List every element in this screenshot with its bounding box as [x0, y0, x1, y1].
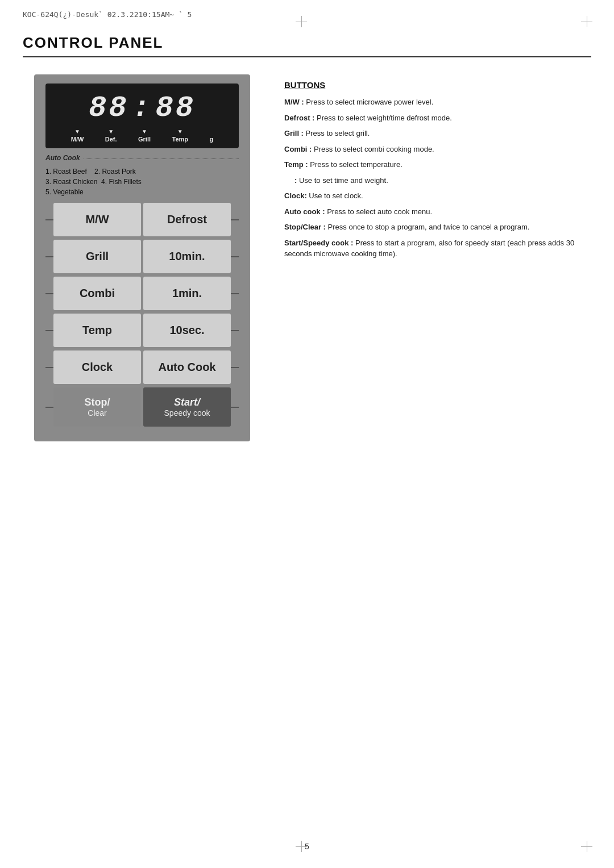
stop-clear-button[interactable]: Stop/ Clear	[53, 387, 141, 427]
desc-clock-name: Clock:	[284, 191, 307, 200]
auto-cook-menu: 1. Roast Beef 2. Roast Pork 3. Roast Chi…	[45, 166, 239, 197]
button-row-3: Combi 1min.	[45, 277, 239, 310]
buttons-heading: BUTTONS	[284, 80, 591, 90]
cross-mark-tr	[581, 16, 592, 27]
desc-start-speedy: Start/Speedy cook : Press to start a pro…	[284, 237, 591, 260]
indicator-g-arrow	[210, 128, 212, 135]
button-pair-5: Clock Auto Cook	[53, 350, 231, 384]
button-pair-4: Temp 10sec.	[53, 314, 231, 347]
desc-clock: Clock: Use to set clock.	[284, 190, 591, 202]
desc-defrost: Defrost : Press to select weight/time de…	[284, 112, 591, 124]
display-digits: 88 : 88	[55, 91, 230, 125]
clock-button[interactable]: Clock	[53, 350, 141, 384]
indicator-grill-label: Grill	[138, 136, 151, 143]
indicator-temp: ▼ Temp	[172, 128, 188, 143]
side-line-right-bottom	[231, 407, 239, 408]
side-line-left-bottom	[45, 407, 53, 408]
desc-colon-name: :	[294, 176, 297, 185]
side-line-left-4	[45, 330, 53, 331]
side-line-right-3	[231, 293, 239, 294]
button-pair-3: Combi 1min.	[53, 277, 231, 310]
indicator-mw-arrow: ▼	[74, 128, 80, 135]
desc-grill: Grill : Press to select grill.	[284, 128, 591, 139]
start-speedy-button[interactable]: Start/ Speedy cook	[143, 387, 231, 427]
desc-defrost-text: Press to select weight/time defrost mode…	[317, 114, 452, 122]
indicator-def-label: Def.	[105, 136, 117, 143]
side-line-left-3	[45, 293, 53, 294]
side-line-right-1	[231, 219, 239, 220]
display-screen: 88 : 88 ▼ M/W ▼ Def.	[45, 84, 239, 148]
indicator-grill: ▼ Grill	[138, 128, 151, 143]
desc-stop-clear-text: Press once to stop a program, and twice …	[328, 223, 530, 231]
button-row-1: M/W Defrost	[45, 203, 239, 236]
1min-button[interactable]: 1min.	[143, 277, 231, 310]
auto-cook-button[interactable]: Auto Cook	[143, 350, 231, 384]
cross-mark-br	[581, 841, 592, 852]
desc-auto-cook-text: Press to select auto cook menu.	[327, 207, 432, 216]
desc-mw-name: M/W :	[284, 98, 304, 106]
desc-colon-text: Use to set time and weight.	[299, 176, 388, 185]
side-line-right-5	[231, 367, 239, 368]
start-label-sub: Speedy cook	[148, 408, 226, 418]
side-line-left-5	[45, 367, 53, 368]
temp-button[interactable]: Temp	[53, 314, 141, 347]
button-pair-1: M/W Defrost	[53, 203, 231, 236]
stop-label-sub: Clear	[58, 408, 136, 418]
desc-start-speedy-name: Start/Speedy cook :	[284, 239, 353, 247]
indicator-grill-arrow: ▼	[142, 128, 147, 135]
defrost-button[interactable]: Defrost	[143, 203, 231, 236]
desc-mw-text: Press to select microwave power level.	[306, 98, 433, 106]
indicator-mw-label: M/W	[71, 136, 84, 143]
display-left: 88	[89, 91, 128, 125]
indicator-g-label: g	[209, 136, 213, 143]
desc-clock-text: Use to set clock.	[309, 191, 363, 200]
desc-temp-text: Press to select temperature.	[310, 160, 403, 169]
combi-button[interactable]: Combi	[53, 277, 141, 310]
indicator-def: ▼ Def.	[105, 128, 117, 143]
display-right: 88	[156, 91, 196, 125]
control-panel-diagram: 88 : 88 ▼ M/W ▼ Def.	[23, 74, 262, 441]
desc-combi-name: Combi :	[284, 145, 312, 153]
button-pair-2: Grill 10min.	[53, 240, 231, 273]
stop-label-main: Stop/	[58, 397, 136, 408]
indicator-def-arrow: ▼	[108, 128, 114, 135]
page-title: CONTROL PANEL	[23, 34, 591, 57]
auto-cook-label: Auto Cook	[45, 154, 80, 162]
10sec-button[interactable]: 10sec.	[143, 314, 231, 347]
button-row-bottom: Stop/ Clear Start/ Speedy cook	[45, 387, 239, 427]
start-label-main: Start/	[148, 397, 226, 408]
desc-colon: : Use to set time and weight.	[284, 175, 591, 186]
indicator-temp-arrow: ▼	[177, 128, 183, 135]
desc-combi: Combi : Press to select combi cooking mo…	[284, 144, 591, 155]
desc-stop-clear: Stop/Clear : Press once to stop a progra…	[284, 222, 591, 233]
control-panel-box: 88 : 88 ▼ M/W ▼ Def.	[34, 74, 250, 441]
desc-grill-text: Press to select grill.	[306, 129, 370, 137]
bottom-button-pair: Stop/ Clear Start/ Speedy cook	[53, 387, 231, 427]
desc-grill-name: Grill :	[284, 129, 304, 137]
mw-button[interactable]: M/W	[53, 203, 141, 236]
grill-button[interactable]: Grill	[53, 240, 141, 273]
header-meta: KOC-624Q(¿)-Desuk` 02.3.2210:15AM~ ` 5	[23, 10, 192, 19]
side-line-left-1	[45, 219, 53, 220]
10min-button[interactable]: 10min.	[143, 240, 231, 273]
side-line-right-2	[231, 256, 239, 257]
cross-mark-tl	[296, 16, 307, 27]
desc-temp-name: Temp :	[284, 160, 308, 169]
side-line-right-4	[231, 330, 239, 331]
display-colon: :	[132, 91, 152, 125]
button-row-2: Grill 10min.	[45, 240, 239, 273]
desc-stop-clear-name: Stop/Clear :	[284, 223, 326, 231]
desc-defrost-name: Defrost :	[284, 114, 314, 122]
indicator-temp-label: Temp	[172, 136, 188, 143]
desc-mw: M/W : Press to select microwave power le…	[284, 97, 591, 108]
button-row-4: Temp 10sec.	[45, 314, 239, 347]
indicator-g: g	[209, 128, 213, 143]
indicator-mw: ▼ M/W	[71, 128, 84, 143]
desc-auto-cook-name: Auto cook :	[284, 207, 325, 216]
auto-cook-area: Auto Cook	[45, 154, 239, 163]
desc-combi-text: Press to select combi cooking mode.	[314, 145, 434, 153]
display-indicators: ▼ M/W ▼ Def. ▼ Grill ▼ T	[55, 128, 230, 143]
desc-temp: Temp : Press to select temperature.	[284, 159, 591, 170]
auto-cook-dotline	[84, 158, 239, 159]
buttons-description-panel: BUTTONS M/W : Press to select microwave …	[284, 74, 591, 264]
